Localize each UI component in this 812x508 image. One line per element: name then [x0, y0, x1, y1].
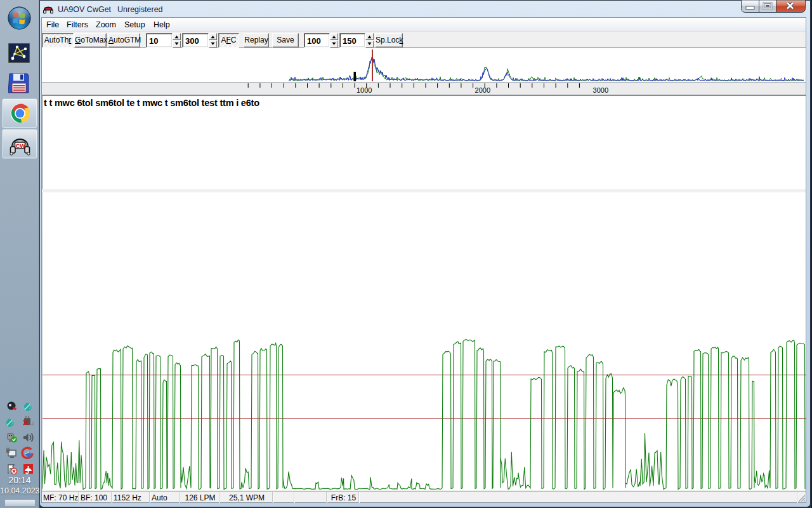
svg-text:3000: 3000: [593, 86, 608, 94]
svg-text:CW: CW: [16, 142, 26, 149]
svg-text:1000: 1000: [357, 86, 372, 94]
svg-text:2000: 2000: [475, 86, 490, 94]
